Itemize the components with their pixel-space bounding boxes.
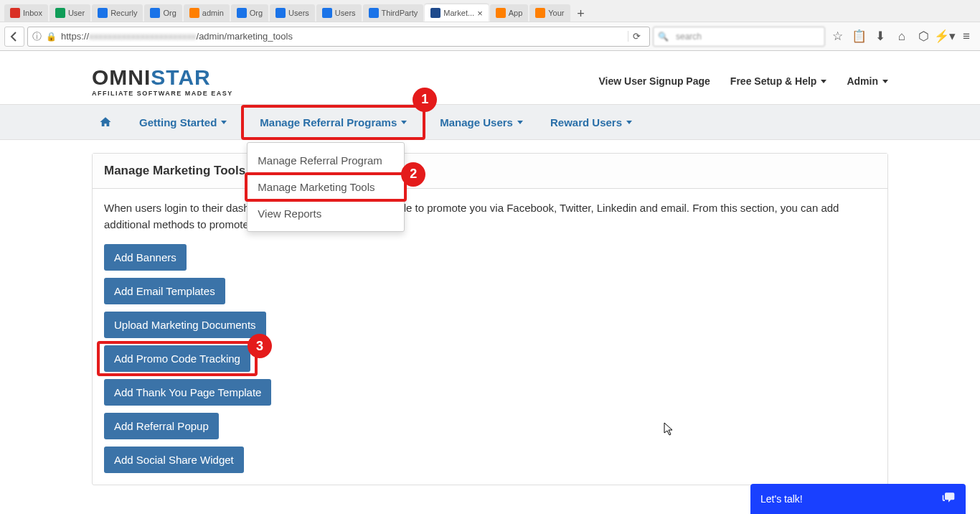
add-email-templates-button[interactable]: Add Email Templates	[104, 278, 225, 304]
browser-tab[interactable]: User	[50, 4, 90, 22]
page-root: OMNISTAR AFFILIATE SOFTWARE MADE EASY Vi…	[0, 51, 980, 485]
referral-dropdown: Manage Referral Program Manage Marketing…	[247, 142, 405, 232]
browser-search-bar[interactable]: 🔍 search	[653, 27, 825, 47]
tab-label: Your	[548, 9, 564, 17]
tab-label: Inbox	[23, 9, 42, 17]
content-area: Manage Marketing Tools When users login …	[81, 153, 899, 485]
browser-tab[interactable]: Market...×	[425, 4, 488, 22]
nav-manage-users[interactable]: Manage Users	[433, 108, 530, 137]
tab-favicon-icon	[237, 8, 247, 18]
upload-marketing-docs-button[interactable]: Upload Marketing Documents	[104, 312, 266, 338]
download-icon[interactable]: ⬇	[871, 27, 890, 46]
reload-icon[interactable]: ⟳	[628, 31, 645, 42]
pocket-icon[interactable]: ⬡	[914, 27, 933, 46]
url-text: https://xxxxxxxxxxxxxxxxxxxxxxx/admin/ma…	[61, 31, 623, 42]
add-promo-code-button[interactable]: Add Promo Code Tracking	[104, 345, 250, 372]
browser-tab[interactable]: Org	[144, 4, 182, 22]
browser-tab[interactable]: Org	[231, 4, 268, 22]
browser-tab[interactable]: Your	[529, 4, 570, 22]
tab-favicon-icon	[10, 8, 20, 18]
tab-favicon-icon	[496, 8, 506, 18]
view-signup-link[interactable]: View User Signup Page	[598, 75, 710, 87]
add-banners-button[interactable]: Add Banners	[104, 244, 187, 271]
info-icon: ⓘ	[32, 30, 42, 43]
nav-manage-referral-wrap: Manage Referral Programs Manage Referral…	[247, 108, 420, 137]
tab-label: Recurly	[110, 9, 137, 17]
main-nav: Getting Started Manage Referral Programs…	[0, 104, 980, 140]
tab-favicon-icon	[275, 8, 286, 18]
puzzle-icon[interactable]: ⚡▾	[936, 27, 954, 46]
menu-icon[interactable]: ≡	[957, 27, 976, 46]
dd-view-reports[interactable]: View Reports	[248, 200, 404, 227]
tab-favicon-icon	[189, 8, 199, 18]
tab-favicon-icon	[150, 8, 160, 18]
tab-label: User	[68, 9, 85, 17]
button-stack: Add Banners Add Email Templates Upload M…	[104, 244, 876, 473]
tab-label: Org	[163, 9, 176, 17]
browser-tab[interactable]: Inbox	[4, 4, 48, 22]
nav-home-icon[interactable]	[92, 107, 119, 137]
chat-widget[interactable]: Let's talk!	[750, 484, 966, 485]
home-icon[interactable]: ⌂	[892, 27, 911, 46]
nav-manage-referral[interactable]: Manage Referral Programs	[247, 108, 420, 137]
panel-body: When users login to their dashboard, by …	[93, 189, 887, 485]
tab-label: admin	[202, 9, 224, 17]
browser-tab[interactable]: Users	[270, 4, 315, 22]
panel-heading: Manage Marketing Tools	[93, 154, 887, 189]
tab-label: App	[509, 9, 523, 17]
browser-chrome: InboxUserRecurlyOrgadminOrgUsersUsersThi…	[0, 0, 980, 51]
tab-label: Market...	[443, 9, 474, 17]
tab-favicon-icon	[535, 8, 545, 18]
browser-nav-bar: ⓘ 🔒 https://xxxxxxxxxxxxxxxxxxxxxxx/admi…	[0, 22, 980, 50]
tab-label: Org	[250, 9, 263, 17]
free-setup-link[interactable]: Free Setup & Help	[730, 75, 827, 87]
tab-label: Users	[288, 9, 309, 17]
url-bar[interactable]: ⓘ 🔒 https://xxxxxxxxxxxxxxxxxxxxxxx/admi…	[27, 27, 650, 47]
tab-favicon-icon	[369, 8, 379, 18]
back-button[interactable]	[4, 27, 24, 47]
tab-favicon-icon	[55, 8, 65, 18]
nav-getting-started[interactable]: Getting Started	[132, 108, 234, 137]
browser-tab[interactable]: ThirdParty	[363, 4, 424, 22]
marketing-tools-panel: Manage Marketing Tools When users login …	[92, 153, 888, 485]
browser-tab[interactable]: Users	[316, 4, 362, 22]
browser-tab[interactable]: App	[490, 4, 529, 22]
admin-link[interactable]: Admin	[847, 75, 888, 87]
clipboard-icon[interactable]: 📋	[849, 27, 868, 46]
new-tab-button[interactable]: +	[572, 6, 590, 22]
tab-label: ThirdParty	[382, 9, 418, 17]
tab-favicon-icon	[98, 8, 108, 18]
tab-favicon-icon	[322, 8, 332, 18]
top-links: View User Signup Page Free Setup & Help …	[598, 75, 888, 87]
nav-reward-users[interactable]: Reward Users	[543, 108, 639, 137]
panel-description: When users login to their dashboard, by …	[104, 200, 876, 233]
tab-close-icon[interactable]: ×	[477, 8, 483, 19]
add-social-share-button[interactable]: Add Social Share Widget	[104, 447, 244, 473]
add-referral-popup-button[interactable]: Add Referral Popup	[104, 413, 219, 439]
browser-tab[interactable]: admin	[184, 4, 230, 22]
tab-favicon-icon	[430, 8, 440, 18]
add-thank-you-button[interactable]: Add Thank You Page Template	[104, 379, 271, 406]
lock-icon: 🔒	[46, 32, 57, 42]
tab-label: Users	[335, 9, 356, 17]
star-icon[interactable]: ☆	[828, 27, 847, 46]
browser-tab[interactable]: Recurly	[92, 4, 143, 22]
top-header: OMNISTAR AFFILIATE SOFTWARE MADE EASY Vi…	[81, 51, 899, 104]
logo: OMNISTAR AFFILIATE SOFTWARE MADE EASY	[92, 65, 233, 97]
tab-strip: InboxUserRecurlyOrgadminOrgUsersUsersThi…	[0, 0, 980, 22]
dd-manage-referral-program[interactable]: Manage Referral Program	[248, 147, 404, 174]
dd-manage-marketing-tools[interactable]: Manage Marketing Tools	[248, 174, 404, 200]
